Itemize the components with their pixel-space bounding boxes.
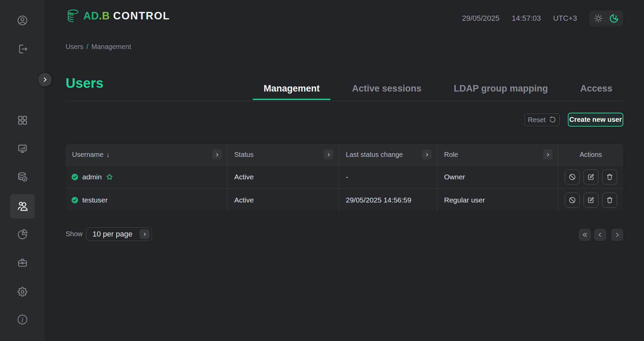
table-header-row: Username ↓ Status Last status change Rol… — [66, 144, 623, 165]
column-header-status: Status — [227, 144, 339, 165]
per-page-value: 10 per page — [92, 230, 132, 239]
jobs-icon[interactable] — [17, 257, 28, 269]
sidebar-item-users[interactable] — [10, 194, 35, 218]
chevron-left-icon — [597, 232, 603, 238]
status-value: Active — [234, 196, 254, 204]
theme-toggle[interactable] — [589, 10, 623, 27]
logo-brand-b: .B — [99, 10, 110, 22]
light-theme-sun-icon[interactable] — [593, 13, 604, 23]
timezone: UTC+3 — [553, 14, 577, 23]
reset-button[interactable]: Reset — [524, 113, 560, 126]
breadcrumb: Users / Management — [66, 43, 131, 51]
dark-theme-moon-icon[interactable] — [609, 13, 619, 23]
show-label: Show — [66, 230, 83, 238]
logo-brand-ad: AD — [83, 10, 99, 22]
tab-active-sessions[interactable]: Active sessions — [341, 81, 432, 100]
delete-user-button[interactable] — [602, 193, 617, 208]
status-value: Active — [234, 173, 254, 181]
status-active-badge-icon — [71, 173, 79, 181]
column-header-actions: Actions — [558, 144, 623, 165]
reset-icon — [549, 116, 556, 124]
current-date: 29/05/2025 — [462, 14, 499, 23]
first-page-button[interactable] — [579, 229, 591, 241]
monitoring-icon[interactable] — [17, 143, 28, 155]
table-row: testuser Active 29/05/2025 14:56:59 Regu… — [66, 188, 623, 211]
create-new-user-label: Create new user — [569, 116, 622, 124]
sidebar-expand-button[interactable] — [38, 73, 52, 86]
sort-desc-icon[interactable]: ↓ — [106, 151, 109, 159]
last-status-change-value: 29/05/2025 14:56:59 — [346, 196, 411, 204]
status-active-badge-icon — [71, 196, 79, 204]
role-value: Owner — [444, 173, 465, 181]
column-header-last-status-change-label: Last status change — [346, 151, 403, 159]
last-status-change-value: - — [346, 173, 348, 181]
page-title: Users — [66, 76, 103, 91]
topbar-right: 29/05/2025 14:57:03 UTC+3 — [462, 10, 623, 27]
logo-database-icon — [66, 8, 81, 24]
tab-ldap-group-mapping[interactable]: LDAP group mapping — [443, 81, 559, 100]
username-value: testuser — [82, 196, 108, 204]
current-time: 14:57:03 — [512, 14, 541, 23]
column-header-username: Username ↓ — [66, 144, 227, 165]
username-cell: testuser — [66, 189, 227, 211]
previous-page-button[interactable] — [594, 229, 606, 241]
logo-text: AD.B CONTROL — [83, 10, 170, 22]
create-new-user-button[interactable]: Create new user — [568, 113, 623, 127]
breadcrumb-section[interactable]: Users — [66, 43, 83, 51]
reports-icon[interactable] — [17, 228, 28, 240]
per-page-select[interactable]: 10 per page — [86, 227, 152, 241]
tab-access[interactable]: Access — [569, 81, 623, 100]
reset-button-label: Reset — [528, 116, 545, 124]
next-page-button[interactable] — [611, 229, 623, 241]
table-row: admin Active - Owner — [66, 165, 623, 188]
column-header-role: Role — [437, 144, 558, 165]
username-cell: admin — [66, 165, 227, 188]
role-value: Regular user — [444, 196, 485, 204]
breadcrumb-separator: / — [86, 43, 88, 51]
status-column-expand-button[interactable] — [324, 149, 333, 160]
block-user-button[interactable] — [565, 169, 580, 184]
column-header-last-status-change: Last status change — [339, 144, 437, 165]
username-column-expand-button[interactable] — [212, 149, 222, 160]
tab-management[interactable]: Management — [253, 81, 331, 100]
users-table: Username ↓ Status Last status change Rol… — [66, 144, 623, 211]
per-page-expand-button[interactable] — [139, 229, 150, 239]
chevron-right-icon — [614, 232, 620, 238]
logout-icon[interactable] — [17, 43, 28, 55]
username-value: admin — [82, 173, 102, 181]
edit-user-button[interactable] — [583, 169, 598, 184]
last-status-change-column-expand-button[interactable] — [422, 149, 431, 160]
dashboard-icon[interactable] — [17, 114, 28, 126]
starred-user-icon[interactable] — [105, 173, 114, 181]
user-profile-icon[interactable] — [17, 15, 28, 26]
column-header-role-label: Role — [444, 151, 458, 159]
info-icon[interactable]: i — [17, 314, 28, 325]
breadcrumb-page: Management — [91, 43, 131, 51]
column-header-actions-label: Actions — [580, 151, 602, 159]
block-user-button[interactable] — [565, 193, 580, 208]
sidebar: i — [0, 0, 45, 341]
settings-icon[interactable] — [17, 286, 28, 297]
role-column-expand-button[interactable] — [543, 149, 553, 160]
column-header-status-label: Status — [234, 151, 254, 159]
app-logo: AD.B CONTROL — [66, 8, 170, 24]
delete-user-button[interactable] — [602, 169, 617, 184]
edit-user-button[interactable] — [583, 193, 598, 208]
double-chevron-left-icon — [581, 231, 588, 238]
column-header-username-label: Username — [72, 151, 103, 159]
tabs: Management Active sessions LDAP group ma… — [253, 81, 623, 100]
database-sync-icon[interactable] — [17, 171, 28, 183]
tabs-divider — [66, 101, 623, 101]
logo-brand-control: CONTROL — [113, 10, 170, 22]
svg-text:i: i — [21, 316, 23, 323]
